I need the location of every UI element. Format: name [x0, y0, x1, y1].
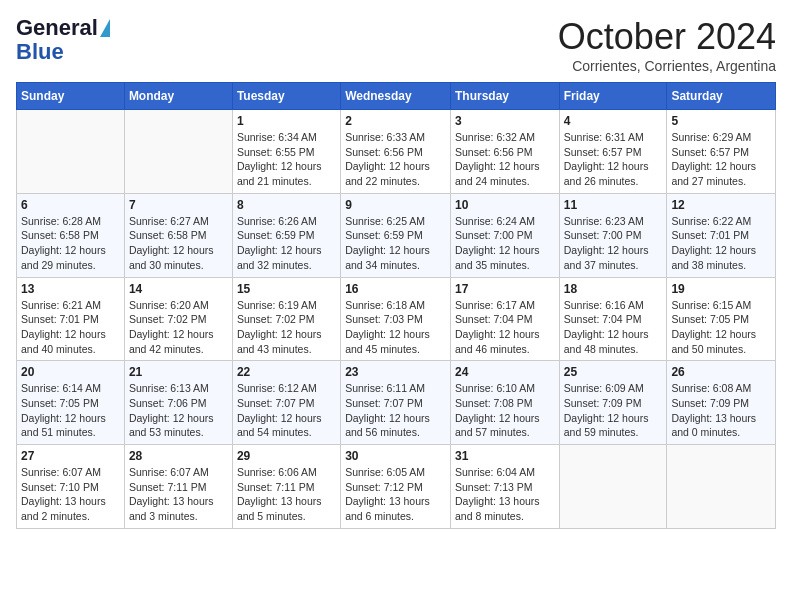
day-info: Sunrise: 6:16 AM Sunset: 7:04 PM Dayligh… [564, 298, 663, 357]
day-number: 2 [345, 114, 446, 128]
day-number: 18 [564, 282, 663, 296]
calendar-cell: 18Sunrise: 6:16 AM Sunset: 7:04 PM Dayli… [559, 277, 667, 361]
calendar-cell [124, 110, 232, 194]
day-info: Sunrise: 6:27 AM Sunset: 6:58 PM Dayligh… [129, 214, 228, 273]
day-number: 6 [21, 198, 120, 212]
calendar-week-row: 20Sunrise: 6:14 AM Sunset: 7:05 PM Dayli… [17, 361, 776, 445]
day-info: Sunrise: 6:18 AM Sunset: 7:03 PM Dayligh… [345, 298, 446, 357]
calendar-cell: 13Sunrise: 6:21 AM Sunset: 7:01 PM Dayli… [17, 277, 125, 361]
day-info: Sunrise: 6:22 AM Sunset: 7:01 PM Dayligh… [671, 214, 771, 273]
day-number: 15 [237, 282, 336, 296]
logo-text-blue: Blue [16, 39, 64, 64]
title-area: October 2024 Corrientes, Corrientes, Arg… [558, 16, 776, 74]
header-cell-saturday: Saturday [667, 83, 776, 110]
day-number: 7 [129, 198, 228, 212]
day-info: Sunrise: 6:09 AM Sunset: 7:09 PM Dayligh… [564, 381, 663, 440]
month-title: October 2024 [558, 16, 776, 58]
day-number: 13 [21, 282, 120, 296]
calendar-cell: 4Sunrise: 6:31 AM Sunset: 6:57 PM Daylig… [559, 110, 667, 194]
day-info: Sunrise: 6:11 AM Sunset: 7:07 PM Dayligh… [345, 381, 446, 440]
day-info: Sunrise: 6:04 AM Sunset: 7:13 PM Dayligh… [455, 465, 555, 524]
calendar-week-row: 1Sunrise: 6:34 AM Sunset: 6:55 PM Daylig… [17, 110, 776, 194]
day-info: Sunrise: 6:19 AM Sunset: 7:02 PM Dayligh… [237, 298, 336, 357]
day-number: 1 [237, 114, 336, 128]
day-number: 4 [564, 114, 663, 128]
day-info: Sunrise: 6:12 AM Sunset: 7:07 PM Dayligh… [237, 381, 336, 440]
calendar-cell: 25Sunrise: 6:09 AM Sunset: 7:09 PM Dayli… [559, 361, 667, 445]
calendar-cell: 20Sunrise: 6:14 AM Sunset: 7:05 PM Dayli… [17, 361, 125, 445]
calendar-cell: 31Sunrise: 6:04 AM Sunset: 7:13 PM Dayli… [450, 445, 559, 529]
location-title: Corrientes, Corrientes, Argentina [558, 58, 776, 74]
day-number: 10 [455, 198, 555, 212]
calendar-cell: 11Sunrise: 6:23 AM Sunset: 7:00 PM Dayli… [559, 193, 667, 277]
header-cell-thursday: Thursday [450, 83, 559, 110]
calendar-header: SundayMondayTuesdayWednesdayThursdayFrid… [17, 83, 776, 110]
day-info: Sunrise: 6:10 AM Sunset: 7:08 PM Dayligh… [455, 381, 555, 440]
day-number: 30 [345, 449, 446, 463]
calendar-cell: 24Sunrise: 6:10 AM Sunset: 7:08 PM Dayli… [450, 361, 559, 445]
calendar-cell: 1Sunrise: 6:34 AM Sunset: 6:55 PM Daylig… [232, 110, 340, 194]
day-number: 9 [345, 198, 446, 212]
logo-text-general: General [16, 16, 98, 40]
day-info: Sunrise: 6:28 AM Sunset: 6:58 PM Dayligh… [21, 214, 120, 273]
day-info: Sunrise: 6:05 AM Sunset: 7:12 PM Dayligh… [345, 465, 446, 524]
calendar-cell: 28Sunrise: 6:07 AM Sunset: 7:11 PM Dayli… [124, 445, 232, 529]
day-number: 12 [671, 198, 771, 212]
logo-triangle-icon [100, 19, 110, 37]
day-info: Sunrise: 6:06 AM Sunset: 7:11 PM Dayligh… [237, 465, 336, 524]
calendar-cell: 15Sunrise: 6:19 AM Sunset: 7:02 PM Dayli… [232, 277, 340, 361]
day-info: Sunrise: 6:24 AM Sunset: 7:00 PM Dayligh… [455, 214, 555, 273]
calendar-cell: 16Sunrise: 6:18 AM Sunset: 7:03 PM Dayli… [341, 277, 451, 361]
calendar-cell: 21Sunrise: 6:13 AM Sunset: 7:06 PM Dayli… [124, 361, 232, 445]
calendar-cell: 27Sunrise: 6:07 AM Sunset: 7:10 PM Dayli… [17, 445, 125, 529]
day-info: Sunrise: 6:26 AM Sunset: 6:59 PM Dayligh… [237, 214, 336, 273]
calendar-cell: 12Sunrise: 6:22 AM Sunset: 7:01 PM Dayli… [667, 193, 776, 277]
calendar-cell [667, 445, 776, 529]
day-number: 11 [564, 198, 663, 212]
day-number: 21 [129, 365, 228, 379]
header-cell-tuesday: Tuesday [232, 83, 340, 110]
day-number: 8 [237, 198, 336, 212]
day-number: 5 [671, 114, 771, 128]
day-number: 27 [21, 449, 120, 463]
calendar-cell: 2Sunrise: 6:33 AM Sunset: 6:56 PM Daylig… [341, 110, 451, 194]
day-info: Sunrise: 6:13 AM Sunset: 7:06 PM Dayligh… [129, 381, 228, 440]
day-info: Sunrise: 6:29 AM Sunset: 6:57 PM Dayligh… [671, 130, 771, 189]
calendar-cell: 14Sunrise: 6:20 AM Sunset: 7:02 PM Dayli… [124, 277, 232, 361]
calendar-cell: 3Sunrise: 6:32 AM Sunset: 6:56 PM Daylig… [450, 110, 559, 194]
calendar-cell: 29Sunrise: 6:06 AM Sunset: 7:11 PM Dayli… [232, 445, 340, 529]
calendar-cell: 23Sunrise: 6:11 AM Sunset: 7:07 PM Dayli… [341, 361, 451, 445]
day-number: 31 [455, 449, 555, 463]
day-number: 16 [345, 282, 446, 296]
day-info: Sunrise: 6:15 AM Sunset: 7:05 PM Dayligh… [671, 298, 771, 357]
day-info: Sunrise: 6:34 AM Sunset: 6:55 PM Dayligh… [237, 130, 336, 189]
calendar-cell: 26Sunrise: 6:08 AM Sunset: 7:09 PM Dayli… [667, 361, 776, 445]
day-info: Sunrise: 6:07 AM Sunset: 7:10 PM Dayligh… [21, 465, 120, 524]
day-number: 28 [129, 449, 228, 463]
calendar-week-row: 13Sunrise: 6:21 AM Sunset: 7:01 PM Dayli… [17, 277, 776, 361]
day-info: Sunrise: 6:31 AM Sunset: 6:57 PM Dayligh… [564, 130, 663, 189]
day-number: 24 [455, 365, 555, 379]
calendar-week-row: 27Sunrise: 6:07 AM Sunset: 7:10 PM Dayli… [17, 445, 776, 529]
calendar-cell: 30Sunrise: 6:05 AM Sunset: 7:12 PM Dayli… [341, 445, 451, 529]
calendar-table: SundayMondayTuesdayWednesdayThursdayFrid… [16, 82, 776, 529]
calendar-cell: 22Sunrise: 6:12 AM Sunset: 7:07 PM Dayli… [232, 361, 340, 445]
day-info: Sunrise: 6:23 AM Sunset: 7:00 PM Dayligh… [564, 214, 663, 273]
day-number: 29 [237, 449, 336, 463]
calendar-cell [559, 445, 667, 529]
day-number: 19 [671, 282, 771, 296]
day-number: 23 [345, 365, 446, 379]
day-number: 22 [237, 365, 336, 379]
calendar-cell: 7Sunrise: 6:27 AM Sunset: 6:58 PM Daylig… [124, 193, 232, 277]
calendar-cell: 19Sunrise: 6:15 AM Sunset: 7:05 PM Dayli… [667, 277, 776, 361]
day-number: 14 [129, 282, 228, 296]
day-info: Sunrise: 6:20 AM Sunset: 7:02 PM Dayligh… [129, 298, 228, 357]
day-info: Sunrise: 6:17 AM Sunset: 7:04 PM Dayligh… [455, 298, 555, 357]
day-info: Sunrise: 6:07 AM Sunset: 7:11 PM Dayligh… [129, 465, 228, 524]
calendar-cell: 6Sunrise: 6:28 AM Sunset: 6:58 PM Daylig… [17, 193, 125, 277]
page-header: General Blue October 2024 Corrientes, Co… [16, 16, 776, 74]
day-number: 3 [455, 114, 555, 128]
calendar-cell: 8Sunrise: 6:26 AM Sunset: 6:59 PM Daylig… [232, 193, 340, 277]
calendar-cell: 17Sunrise: 6:17 AM Sunset: 7:04 PM Dayli… [450, 277, 559, 361]
day-number: 25 [564, 365, 663, 379]
